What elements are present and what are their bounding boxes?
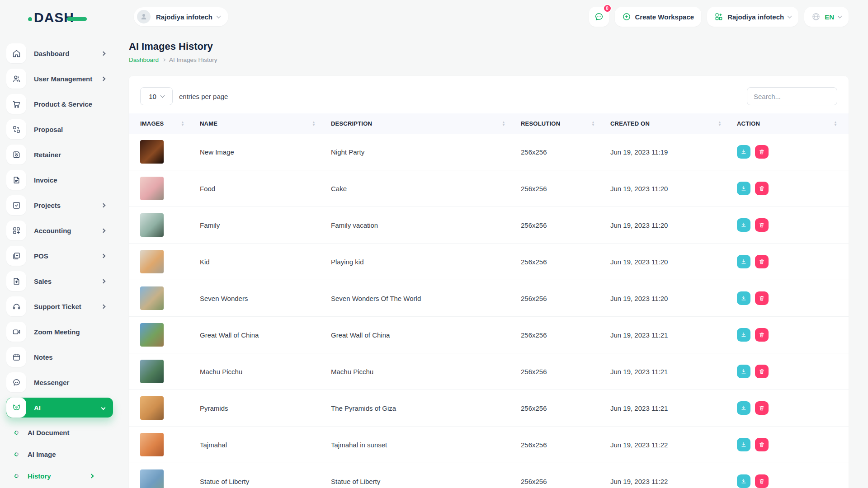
sidebar: DASH Dashboard User Management Product &… xyxy=(0,0,118,488)
sidebar-item-label: AI xyxy=(34,404,41,412)
sidebar-item-label: Invoice xyxy=(34,176,57,184)
top-right-actions: 0 Create Workspace Rajodiya infot xyxy=(589,7,849,27)
sidebar-item-invoice[interactable]: Invoice xyxy=(6,170,113,190)
sidebar-item-projects[interactable]: Projects xyxy=(6,195,113,215)
sidebar-subitem-history[interactable]: History xyxy=(6,468,106,483)
download-button[interactable] xyxy=(737,474,750,488)
download-icon xyxy=(741,258,747,265)
download-button[interactable] xyxy=(737,291,750,305)
sidebar-item-label: Dashboard xyxy=(34,50,69,57)
sidebar-item-accounting[interactable]: Accounting xyxy=(6,221,113,240)
table-body: New Image Night Party 256x256 Jun 19, 20… xyxy=(129,134,849,488)
sidebar-item-label: Product & Service xyxy=(34,100,92,108)
download-icon xyxy=(741,478,747,484)
sidebar-item-ai[interactable]: AI xyxy=(6,398,113,418)
workspace-switcher[interactable]: Rajodiya infotech xyxy=(134,7,228,26)
cell-description: Tajmahal in sunset xyxy=(331,441,521,449)
delete-button[interactable] xyxy=(755,401,769,415)
column-header-images[interactable]: IMAGES▲▼ xyxy=(129,120,200,127)
download-button[interactable] xyxy=(737,218,750,232)
sidebar-subitem-ai-image[interactable]: AI Image xyxy=(6,446,106,462)
brand-logo[interactable]: DASH xyxy=(28,10,118,25)
delete-button[interactable] xyxy=(755,218,769,232)
cell-name: Statue of Liberty xyxy=(200,478,331,485)
sidebar-item-label: Support Ticket xyxy=(34,303,81,310)
sidebar-item-label: Retainer xyxy=(34,151,61,159)
image-thumbnail xyxy=(140,250,164,273)
sidebar-item-label: Proposal xyxy=(34,126,63,133)
column-header-created-on[interactable]: CREATED ON▲▼ xyxy=(610,120,737,127)
sidebar-item-messenger[interactable]: Messenger xyxy=(6,372,113,392)
delete-button[interactable] xyxy=(755,365,769,378)
breadcrumb: Dashboard AI Images History xyxy=(129,56,849,63)
delete-button[interactable] xyxy=(755,328,769,342)
company-menu[interactable]: Rajodiya infotech xyxy=(707,7,798,27)
cell-resolution: 256x256 xyxy=(521,478,610,485)
table-controls: 10 entries per page xyxy=(129,76,849,113)
cell-description: Family vacation xyxy=(331,221,521,229)
entries-per-page-select[interactable]: 10 xyxy=(140,87,173,105)
delete-button[interactable] xyxy=(755,182,769,195)
delete-button[interactable] xyxy=(755,255,769,268)
sidebar-item-support-ticket[interactable]: Support Ticket xyxy=(6,296,113,316)
cell-resolution: 256x256 xyxy=(521,368,610,375)
delete-button[interactable] xyxy=(755,474,769,488)
download-button[interactable] xyxy=(737,365,750,378)
cell-name: Tajmahal xyxy=(200,441,331,449)
cell-description: Statue of Liberty xyxy=(331,478,521,485)
globe-icon xyxy=(811,12,821,21)
language-selector[interactable]: EN xyxy=(804,7,849,27)
download-button[interactable] xyxy=(737,401,750,415)
download-button[interactable] xyxy=(737,255,750,268)
trash-icon xyxy=(759,441,765,448)
workspace-grid-icon xyxy=(714,12,723,21)
column-header-label: ACTION xyxy=(737,120,760,127)
column-header-action[interactable]: ACTION▲▼ xyxy=(737,120,849,127)
download-button[interactable] xyxy=(737,328,750,342)
messages-button[interactable]: 0 xyxy=(589,7,609,27)
sidebar-item-retainer[interactable]: Retainer xyxy=(6,145,113,164)
cell-name: Family xyxy=(200,221,331,229)
column-header-description[interactable]: DESCRIPTION▲▼ xyxy=(331,120,521,127)
sidebar-item-notes[interactable]: Notes xyxy=(6,347,113,367)
top-bar: Rajodiya infotech 0 xyxy=(129,0,849,29)
avatar xyxy=(137,10,151,23)
trash-icon xyxy=(759,185,765,192)
sidebar-item-zoom-meeting[interactable]: Zoom Meeting xyxy=(6,322,113,342)
sidebar-item-pos[interactable]: POS xyxy=(6,246,113,266)
sidebar-subitem-label: AI Image xyxy=(28,450,56,458)
sidebar-item-dashboard[interactable]: Dashboard xyxy=(6,43,113,63)
trash-icon xyxy=(759,405,765,411)
chevron-right-icon xyxy=(101,228,106,233)
sales-icon xyxy=(6,271,26,291)
delete-button[interactable] xyxy=(755,145,769,159)
delete-button[interactable] xyxy=(755,291,769,305)
image-thumbnail xyxy=(140,213,164,237)
column-header-resolution[interactable]: RESOLUTION▲▼ xyxy=(521,120,610,127)
create-workspace-button[interactable]: Create Workspace xyxy=(615,7,702,27)
chevron-right-icon xyxy=(101,51,106,56)
download-button[interactable] xyxy=(737,438,750,451)
chevron-right-icon xyxy=(162,58,165,61)
row-actions xyxy=(737,401,837,415)
column-header-name[interactable]: NAME▲▼ xyxy=(200,120,331,127)
download-button[interactable] xyxy=(737,145,750,159)
trash-icon xyxy=(759,478,765,484)
sidebar-item-user-management[interactable]: User Management xyxy=(6,69,113,89)
search-input[interactable] xyxy=(747,87,837,105)
sidebar-item-sales[interactable]: Sales xyxy=(6,271,113,291)
download-button[interactable] xyxy=(737,182,750,195)
column-header-label: CREATED ON xyxy=(610,120,650,127)
sidebar-item-product-service[interactable]: Product & Service xyxy=(6,94,113,114)
retainer-icon xyxy=(6,145,26,164)
table-row: Kid Playing kid 256x256 Jun 19, 2023 11:… xyxy=(129,244,849,280)
download-icon xyxy=(741,222,747,228)
delete-button[interactable] xyxy=(755,438,769,451)
row-actions xyxy=(737,328,837,342)
cell-name: Pyramids xyxy=(200,404,331,412)
row-actions xyxy=(737,182,837,195)
sidebar-subitem-ai-document[interactable]: AI Document xyxy=(6,425,106,440)
breadcrumb-dashboard-link[interactable]: Dashboard xyxy=(129,56,159,63)
sidebar-item-proposal[interactable]: Proposal xyxy=(6,119,113,139)
cell-created-on: Jun 19, 2023 11:22 xyxy=(610,478,737,485)
